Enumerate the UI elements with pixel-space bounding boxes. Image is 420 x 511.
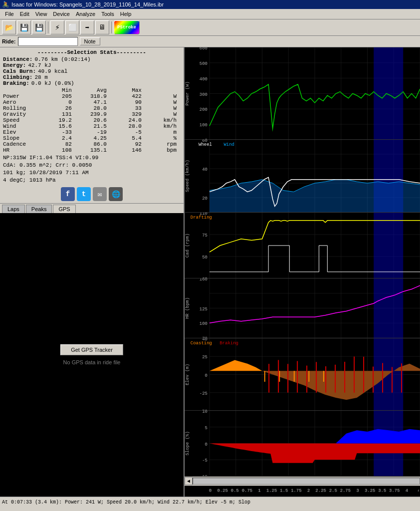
temp-pressure: 4 degC; 1013 hPa — [3, 177, 181, 183]
hr-canvas — [185, 278, 420, 338]
save2-button[interactable]: 💾 — [32, 20, 46, 34]
tab-gps[interactable]: GPS — [53, 205, 75, 214]
note-button[interactable]: Note — [80, 37, 100, 45]
slope-canvas — [185, 411, 420, 476]
toolbar: 📂 💾 💾 ⚡ ⬜ ➡ 🖥 PStroke — [0, 19, 420, 36]
x-axis — [185, 486, 420, 497]
twitter-icon[interactable]: t — [77, 187, 91, 201]
app-icon: 🚴 — [2, 1, 9, 8]
title-text: Isaac for Windows: Spangels_10_28_2019_1… — [11, 1, 164, 7]
table-row: HR108135.1146bpm — [3, 147, 181, 153]
energy-value: 42.7 kJ — [28, 62, 51, 68]
cadence-canvas — [185, 213, 420, 278]
tab-bar: Laps Peaks GPS — [0, 203, 184, 213]
distance-value: 0.76 km (0:02:14) — [34, 56, 90, 62]
open-button[interactable]: 📂 — [2, 20, 16, 34]
web-icon[interactable]: 🌐 — [109, 187, 123, 201]
col-label — [3, 87, 41, 93]
facebook-icon[interactable]: f — [61, 187, 75, 201]
col-min: Min — [41, 87, 76, 93]
table-row: Wind15.621.528.0km/h — [3, 123, 181, 129]
scroll-track[interactable] — [193, 478, 420, 485]
np-info: NP:315W IF:1.04 TSS:4 VI:0.99 — [3, 155, 181, 161]
menu-item-device[interactable]: Device — [50, 10, 73, 18]
cals-label: Cals Burn: — [3, 68, 36, 74]
power-chart — [185, 47, 420, 140]
stats-section: ---------Selection Stats--------- Distan… — [0, 47, 184, 185]
climbing-label: Climbing: — [3, 74, 32, 80]
braking-label: Braking: — [3, 80, 29, 86]
titlebar: 🚴 Isaac for Windows: Spangels_10_28_2019… — [0, 0, 420, 9]
device-button[interactable]: ⬜ — [65, 20, 79, 34]
table-row: Rolling2628.033W — [3, 105, 181, 111]
speed-chart — [185, 140, 420, 213]
climbing-value: 28 m — [34, 74, 47, 80]
elev-chart — [185, 338, 420, 411]
table-row: Slope2.44.255.4% — [3, 135, 181, 141]
col-avg: Avg — [76, 87, 111, 93]
ride-label: Ride: — [2, 38, 16, 44]
cda-info: CdA: 0.355 m^2; Crr: 0.0050 — [3, 162, 181, 168]
col-max: Max — [111, 87, 146, 93]
status-text: At 0:07:33 (3.4 km): Power: 241 W; Speed… — [2, 500, 250, 505]
energy-label: Energy: — [3, 62, 26, 68]
transfer-button[interactable]: ➡ — [80, 20, 94, 34]
menubar: FileEditViewDeviceAnalyzeToolsHelp — [0, 9, 420, 19]
col-unit — [146, 87, 181, 93]
menu-item-view[interactable]: View — [32, 10, 50, 18]
speed-canvas — [185, 140, 420, 212]
toolbar-separator-1 — [48, 21, 48, 33]
distance-label: Distance: — [3, 56, 32, 62]
menu-item-tools[interactable]: Tools — [98, 10, 117, 18]
cadence-chart — [185, 213, 420, 279]
save1-button[interactable]: 💾 — [17, 20, 31, 34]
xaxis-canvas — [186, 486, 419, 497]
table-row: Elev-33-19-5m — [3, 129, 181, 135]
menu-item-file[interactable]: File — [2, 10, 17, 18]
statusbar: At 0:07:33 (3.4 km): Power: 241 W; Speed… — [0, 497, 420, 508]
menu-item-help[interactable]: Help — [117, 10, 135, 18]
email-icon[interactable]: ✉ — [93, 187, 107, 201]
table-row: Aero047.190W — [3, 99, 181, 105]
social-bar: f t ✉ 🌐 — [0, 185, 184, 203]
table-row: Speed19.220.624.0km/h — [3, 117, 181, 123]
get-gps-button[interactable]: Get GPS Tracker — [60, 344, 123, 355]
right-panel: ◀ — [185, 47, 420, 497]
scroll-left-button[interactable]: ◀ — [185, 477, 193, 485]
cals-value: 40.9 kcal — [38, 68, 67, 74]
scroll-area[interactable]: ◀ — [185, 477, 420, 486]
stats-table: Min Avg Max Power205318.9422WAero047.190… — [3, 87, 181, 153]
pstroke-button[interactable]: PStroke — [114, 20, 140, 34]
toolbar-separator-2 — [111, 21, 112, 33]
braking-value: 0.0 kJ (0.0%) — [31, 80, 74, 86]
stats-title: ---------Selection Stats--------- — [3, 49, 181, 55]
menu-item-edit[interactable]: Edit — [17, 10, 32, 18]
ride-input[interactable] — [18, 37, 78, 46]
menu-item-analyze[interactable]: Analyze — [73, 10, 98, 18]
tab-laps[interactable]: Laps — [2, 205, 25, 213]
table-row: Gravity131239.9329W — [3, 111, 181, 117]
left-panel: ---------Selection Stats--------- Distan… — [0, 47, 185, 497]
slope-chart — [185, 411, 420, 477]
tab-peaks[interactable]: Peaks — [26, 205, 52, 213]
main-content: ---------Selection Stats--------- Distan… — [0, 47, 420, 497]
weight-date: 101 kg; 10/28/2019 7:11 AM — [3, 170, 181, 176]
usb-button[interactable]: ⚡ — [50, 20, 64, 34]
power-canvas — [185, 47, 420, 140]
gps-panel: Get GPS Tracker No GPS data in ride file — [0, 213, 184, 497]
gps-message: No GPS data in ride file — [63, 359, 121, 365]
table-row: Cadence8286.092rpm — [3, 141, 181, 147]
elev-canvas — [185, 338, 420, 411]
table-row: Power205318.9422W — [3, 93, 181, 99]
ride-bar: Ride: Note — [0, 36, 420, 47]
hr-chart — [185, 278, 420, 338]
monitor-button[interactable]: 🖥 — [95, 20, 109, 34]
